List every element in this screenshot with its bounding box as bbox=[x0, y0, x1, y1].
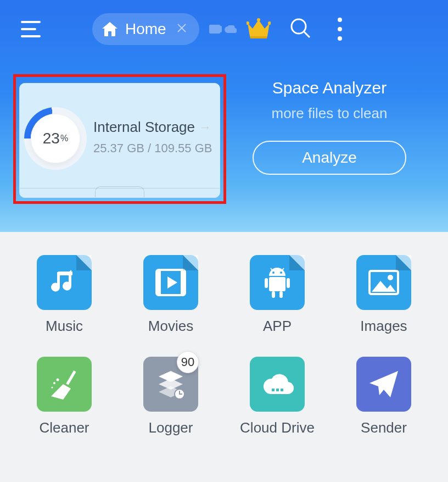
svg-point-13 bbox=[272, 272, 275, 274]
svg-rect-33 bbox=[276, 389, 279, 391]
tile-label: Cleaner bbox=[39, 419, 89, 436]
svg-point-24 bbox=[53, 382, 55, 384]
sd-icon bbox=[209, 25, 220, 34]
tab-home[interactable]: Home bbox=[92, 13, 199, 45]
svg-rect-18 bbox=[279, 291, 283, 298]
svg-line-6 bbox=[304, 32, 310, 37]
home-icon bbox=[102, 22, 117, 36]
storage-percent: 23 bbox=[43, 130, 60, 147]
svg-point-22 bbox=[388, 275, 393, 280]
svg-rect-10 bbox=[181, 270, 185, 295]
tab-label: Home bbox=[125, 20, 166, 38]
svg-rect-7 bbox=[58, 272, 72, 275]
music-icon bbox=[37, 255, 92, 310]
topbar: Home bbox=[0, 0, 448, 58]
internal-storage-card[interactable]: 23 % Internal Storage → 25.37 GB / 109.5… bbox=[19, 83, 220, 198]
tile-music[interactable]: Music bbox=[22, 255, 107, 335]
tile-label: Movies bbox=[148, 318, 193, 335]
tile-cleaner[interactable]: Cleaner bbox=[22, 357, 107, 436]
analyzer-title: Space Analyzer bbox=[272, 79, 387, 97]
category-grid: MusicMoviesAPPImagesCleaner90LoggerCloud… bbox=[22, 255, 426, 436]
tile-app[interactable]: APP bbox=[235, 255, 320, 335]
tile-logger[interactable]: 90Logger bbox=[128, 357, 213, 436]
cloud-icon bbox=[225, 25, 237, 33]
tile-sender[interactable]: Sender bbox=[341, 357, 426, 436]
svg-rect-15 bbox=[265, 278, 268, 288]
svg-point-3 bbox=[268, 21, 271, 25]
badge: 90 bbox=[177, 351, 199, 373]
svg-point-2 bbox=[247, 21, 249, 25]
tile-label: Music bbox=[46, 318, 83, 335]
svg-point-5 bbox=[292, 19, 306, 34]
tile-label: Images bbox=[360, 318, 407, 335]
storage-subtitle: 25.37 GB / 109.55 GB bbox=[93, 141, 212, 156]
android-icon bbox=[250, 255, 305, 310]
svg-rect-12 bbox=[269, 277, 285, 291]
search-icon[interactable] bbox=[289, 17, 311, 41]
broom-icon bbox=[37, 357, 92, 412]
svg-marker-11 bbox=[167, 276, 177, 289]
tile-cloud-drive[interactable]: Cloud Drive bbox=[235, 357, 320, 436]
svg-rect-9 bbox=[156, 270, 161, 295]
analyzer-panel: Space Analyzer more files to clean Analy… bbox=[253, 79, 406, 204]
header-area: Home bbox=[0, 0, 448, 232]
category-grid-area: MusicMoviesAPPImagesCleaner90LoggerCloud… bbox=[0, 232, 448, 436]
plane-icon bbox=[356, 357, 411, 412]
storage-card-highlight: 23 % Internal Storage → 25.37 GB / 109.5… bbox=[13, 74, 226, 204]
analyze-button[interactable]: Analyze bbox=[253, 141, 406, 175]
cloud-icon bbox=[250, 357, 305, 412]
summary-row: 23 % Internal Storage → 25.37 GB / 109.5… bbox=[0, 58, 448, 204]
svg-point-4 bbox=[257, 18, 260, 21]
more-icon[interactable] bbox=[330, 18, 350, 41]
svg-rect-16 bbox=[287, 278, 290, 288]
svg-rect-23 bbox=[66, 370, 76, 385]
chevron-right-icon: → bbox=[199, 120, 211, 135]
svg-point-25 bbox=[57, 379, 59, 381]
storage-title: Internal Storage bbox=[93, 119, 195, 136]
movie-icon bbox=[143, 255, 198, 310]
storage-percent-sym: % bbox=[60, 134, 68, 143]
image-icon bbox=[356, 255, 411, 310]
menu-icon[interactable] bbox=[21, 18, 43, 40]
crown-icon[interactable] bbox=[247, 18, 271, 41]
tile-label: Cloud Drive bbox=[240, 419, 315, 436]
storage-gauge: 23 % bbox=[24, 107, 87, 170]
svg-rect-34 bbox=[281, 389, 283, 391]
tile-movies[interactable]: Movies bbox=[128, 255, 213, 335]
tile-label: APP bbox=[263, 318, 292, 335]
svg-rect-17 bbox=[272, 291, 275, 298]
svg-point-14 bbox=[280, 272, 282, 274]
svg-point-26 bbox=[52, 387, 53, 389]
analyzer-subtitle: more files to clean bbox=[272, 105, 388, 122]
svg-rect-32 bbox=[272, 389, 275, 391]
tile-label: Logger bbox=[149, 419, 193, 436]
inactive-tab-icons bbox=[209, 25, 237, 34]
close-icon[interactable] bbox=[176, 20, 187, 37]
tile-label: Sender bbox=[361, 419, 407, 436]
tile-images[interactable]: Images bbox=[341, 255, 426, 335]
